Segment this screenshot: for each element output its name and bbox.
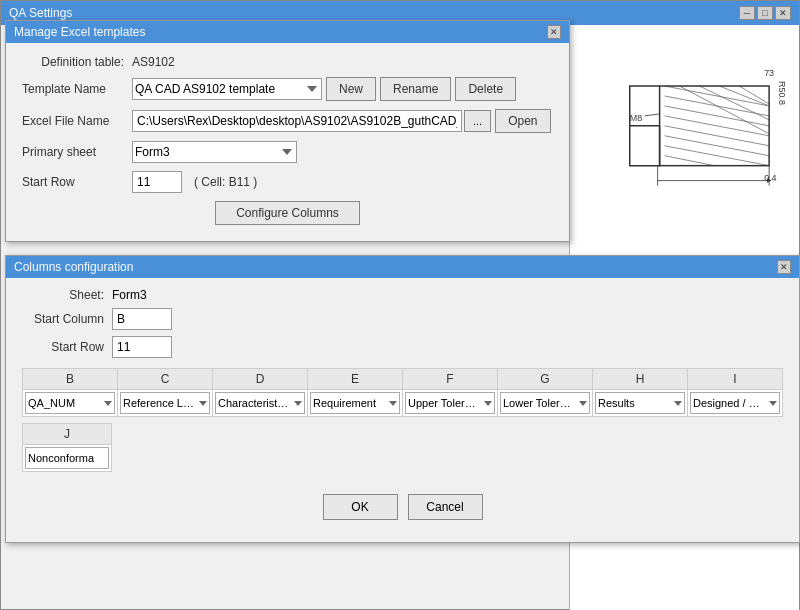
col-i-dropdown-container: Designed / Qualif... xyxy=(688,390,782,416)
definition-table-value: AS9102 xyxy=(132,55,175,69)
columns-start-row-input[interactable] xyxy=(112,336,172,358)
svg-text:0.4: 0.4 xyxy=(764,173,776,183)
start-row-input[interactable] xyxy=(132,171,182,193)
col-h-dropdown[interactable]: Results xyxy=(595,392,685,414)
column-grid: B C D E F G H I QA_NUM Reference Locati.… xyxy=(22,368,783,417)
definition-table-row: Definition table: AS9102 xyxy=(22,55,553,69)
columns-start-col-label: Start Column xyxy=(22,312,112,326)
col-b-dropdown[interactable]: QA_NUM xyxy=(25,392,115,414)
primary-sheet-label: Primary sheet xyxy=(22,145,132,159)
close-button[interactable]: ✕ xyxy=(775,6,791,20)
columns-sheet-row: Sheet: Form3 xyxy=(22,288,783,302)
col-e-dropdown-container: Requirement xyxy=(308,390,403,416)
browse-button[interactable]: ... xyxy=(464,110,491,132)
ok-button[interactable]: OK xyxy=(323,494,398,520)
columns-dialog-titlebar: Columns configuration ✕ xyxy=(6,256,799,278)
col-header-h: H xyxy=(593,369,688,389)
template-name-row: Template Name QA CAD AS9102 template New… xyxy=(22,77,553,101)
definition-table-label: Definition table: xyxy=(22,55,132,69)
col-c-dropdown-container: Reference Locati... xyxy=(118,390,213,416)
primary-sheet-row: Primary sheet Form3 xyxy=(22,141,553,163)
col-i-dropdown[interactable]: Designed / Qualif... xyxy=(690,392,780,414)
column-grid-row2: J Nonconformance xyxy=(22,423,783,472)
col-header-e: E xyxy=(308,369,403,389)
start-row-label: Start Row xyxy=(22,175,132,189)
columns-dialog-content: Sheet: Form3 Start Column Start Row B C … xyxy=(6,278,799,542)
excel-file-input[interactable] xyxy=(132,110,462,132)
col-header-g: G xyxy=(498,369,593,389)
maximize-button[interactable]: □ xyxy=(757,6,773,20)
col-j-container: J Nonconformance xyxy=(22,423,112,472)
columns-start-col-row: Start Column xyxy=(22,308,783,330)
columns-start-row-row: Start Row xyxy=(22,336,783,358)
col-c-dropdown[interactable]: Reference Locati... xyxy=(120,392,210,414)
col-header-j: J xyxy=(22,423,112,445)
manage-dialog-titlebar: Manage Excel templates ✕ xyxy=(6,21,569,43)
col-d-dropdown-container: Characteristic Des... xyxy=(213,390,308,416)
manage-dialog-title: Manage Excel templates xyxy=(14,25,145,39)
svg-text:M8: M8 xyxy=(630,113,642,123)
col-j-dropdown-container: Nonconformance xyxy=(22,445,112,472)
rename-button[interactable]: Rename xyxy=(380,77,451,101)
col-e-dropdown[interactable]: Requirement xyxy=(310,392,400,414)
columns-config-dialog: Columns configuration ✕ Sheet: Form3 Sta… xyxy=(5,255,800,543)
excel-file-row: Excel File Name ... Open xyxy=(22,109,553,133)
manage-dialog-content: Definition table: AS9102 Template Name Q… xyxy=(6,43,569,241)
configure-btn-container: Configure Columns xyxy=(22,201,553,225)
columns-start-row-label: Start Row xyxy=(22,340,112,354)
col-j-dropdown[interactable]: Nonconformance xyxy=(25,447,109,469)
excel-file-label: Excel File Name xyxy=(22,114,132,128)
manage-excel-dialog: Manage Excel templates ✕ Definition tabl… xyxy=(5,20,570,242)
column-dropdowns-row: QA_NUM Reference Locati... Characteristi… xyxy=(23,390,782,416)
columns-start-col-input[interactable] xyxy=(112,308,172,330)
columns-dialog-title: Columns configuration xyxy=(14,260,133,274)
qa-settings-controls: ─ □ ✕ xyxy=(739,6,791,20)
col-b-dropdown-container: QA_NUM xyxy=(23,390,118,416)
col-header-c: C xyxy=(118,369,213,389)
col-header-d: D xyxy=(213,369,308,389)
template-name-label: Template Name xyxy=(22,82,132,96)
col-header-b: B xyxy=(23,369,118,389)
col-g-dropdown[interactable]: Lower Tolerance xyxy=(500,392,590,414)
start-row-row: Start Row ( Cell: B11 ) xyxy=(22,171,553,193)
dialog-buttons: OK Cancel xyxy=(22,482,783,532)
columns-dialog-close[interactable]: ✕ xyxy=(777,260,791,274)
configure-columns-button[interactable]: Configure Columns xyxy=(215,201,360,225)
template-name-dropdown[interactable]: QA CAD AS9102 template xyxy=(132,78,322,100)
svg-text:R50.8: R50.8 xyxy=(777,81,787,105)
open-button[interactable]: Open xyxy=(495,109,550,133)
manage-dialog-close[interactable]: ✕ xyxy=(547,25,561,39)
col-f-dropdown-container: Upper Tolerance xyxy=(403,390,498,416)
col-d-dropdown[interactable]: Characteristic Des... xyxy=(215,392,305,414)
column-headers-row: B C D E F G H I xyxy=(23,369,782,390)
primary-sheet-dropdown[interactable]: Form3 xyxy=(132,141,297,163)
delete-button[interactable]: Delete xyxy=(455,77,516,101)
col-g-dropdown-container: Lower Tolerance xyxy=(498,390,593,416)
cell-info: ( Cell: B11 ) xyxy=(194,175,257,189)
columns-sheet-label: Sheet: xyxy=(22,288,112,302)
cancel-button[interactable]: Cancel xyxy=(408,494,483,520)
col-header-f: F xyxy=(403,369,498,389)
new-button[interactable]: New xyxy=(326,77,376,101)
col-h-dropdown-container: Results xyxy=(593,390,688,416)
svg-text:73: 73 xyxy=(764,68,774,78)
columns-sheet-value: Form3 xyxy=(112,288,147,302)
col-f-dropdown[interactable]: Upper Tolerance xyxy=(405,392,495,414)
qa-settings-title: QA Settings xyxy=(9,6,72,20)
minimize-button[interactable]: ─ xyxy=(739,6,755,20)
col-header-i: I xyxy=(688,369,782,389)
